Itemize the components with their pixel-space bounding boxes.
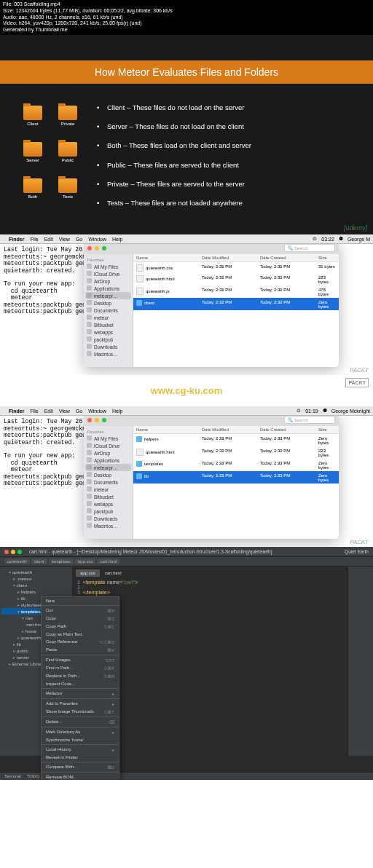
context-menu-item[interactable]: Copy Path⇧⌘C xyxy=(42,623,119,631)
menu-item[interactable]: Window xyxy=(88,409,106,414)
col-size[interactable]: Size xyxy=(315,254,339,261)
context-menu-item[interactable]: Synchronize 'home' xyxy=(42,736,119,743)
status-terminal[interactable]: Terminal xyxy=(4,774,21,778)
menu-item[interactable]: Go xyxy=(76,237,82,242)
menu-item[interactable]: Help xyxy=(112,409,122,414)
tree-item[interactable]: helpers xyxy=(1,588,71,595)
col-date-modified[interactable]: Date Modified xyxy=(199,426,257,433)
mac-menubar[interactable]: Finder File Edit View Go Window Help ⊙ 0… xyxy=(0,406,373,416)
tree-item[interactable]: client xyxy=(1,582,71,588)
minimize-icon[interactable] xyxy=(95,246,99,250)
sidebar-item[interactable]: Bitbucket xyxy=(85,321,131,328)
col-date-modified[interactable]: Date Modified xyxy=(199,254,257,261)
menu-item[interactable]: File xyxy=(30,237,38,242)
context-menu-item[interactable]: Remove BOM xyxy=(42,773,119,780)
context-menu-item[interactable]: Show Image Thumbnails⇧⌘T xyxy=(42,708,119,716)
col-name[interactable]: Name xyxy=(133,426,199,433)
context-menu-item[interactable]: New xyxy=(42,597,119,604)
context-menu-item[interactable]: Reveal in Finder xyxy=(42,754,119,761)
editor-tab[interactable]: cart.html xyxy=(101,569,126,577)
zoom-icon[interactable] xyxy=(102,418,106,422)
sidebar-item[interactable]: Downloads xyxy=(85,515,131,522)
app-name[interactable]: Finder xyxy=(9,237,24,242)
menu-item[interactable]: Edit xyxy=(44,409,53,414)
col-name[interactable]: Name xyxy=(133,254,199,261)
table-row[interactable]: quietearth.htmlToday, 2:32 PMToday, 2:32… xyxy=(133,446,339,459)
sidebar-item[interactable]: iCloud Drive xyxy=(85,270,131,277)
sidebar-item[interactable]: iCloud Drive xyxy=(85,442,131,449)
menu-item[interactable]: Go xyxy=(76,409,82,414)
crumb[interactable]: cart.html xyxy=(97,559,119,564)
context-menu-item[interactable]: Replace in Path...⇧⌘R xyxy=(42,672,119,680)
table-row[interactable]: quietearth.jsToday, 2:32 PMToday, 2:32 P… xyxy=(133,285,339,298)
table-row[interactable]: clientToday, 2:32 PMToday, 2:32 PMZero b… xyxy=(133,298,339,310)
close-icon[interactable] xyxy=(87,246,92,250)
sidebar-item[interactable]: Macintos… xyxy=(85,350,131,358)
context-menu-item[interactable]: Mark Directory As▸ xyxy=(42,728,119,736)
minimize-icon[interactable] xyxy=(95,418,99,422)
sidebar-item[interactable]: webapps xyxy=(85,500,131,508)
app-name[interactable]: Finder xyxy=(9,409,24,414)
search-input[interactable]: 🔍 Search xyxy=(284,244,335,252)
sidebar-item[interactable]: packtpub xyxy=(85,508,131,515)
crumb[interactable]: templates xyxy=(49,559,74,564)
sidebar-item[interactable]: Bitbucket xyxy=(85,493,131,500)
sidebar-item[interactable]: AirDrop xyxy=(85,449,131,457)
context-menu-item[interactable]: Refactor▸ xyxy=(42,690,119,698)
sidebar-item[interactable]: meteorpr… xyxy=(85,292,131,299)
context-menu-item[interactable]: Add to Favorites▸ xyxy=(42,700,119,708)
sidebar-item[interactable]: webapps xyxy=(85,328,131,336)
sidebar-item[interactable]: AirDrop xyxy=(85,277,131,285)
close-icon[interactable] xyxy=(4,550,9,554)
zoom-icon[interactable] xyxy=(102,246,106,250)
mac-menubar[interactable]: Finder File Edit View Go Window Help ⊙ 0… xyxy=(0,234,373,244)
menu-item[interactable]: View xyxy=(59,237,70,242)
menu-item[interactable]: Window xyxy=(88,237,106,242)
sidebar-item[interactable]: All My Files xyxy=(85,435,131,442)
context-menu-item[interactable]: Inspect Code... xyxy=(42,680,119,687)
sidebar-item[interactable]: meteorpr… xyxy=(85,464,131,471)
status-todo[interactable]: TODO xyxy=(27,774,39,778)
context-menu-item[interactable]: Copy Reference⌥⇧⌘C xyxy=(42,638,119,646)
table-row[interactable]: libToday, 2:33 PMToday, 2:33 PMZero byte… xyxy=(133,471,339,484)
sidebar-item[interactable]: Documents xyxy=(85,478,131,486)
sidebar-item[interactable]: Documents xyxy=(85,307,131,314)
sidebar-item[interactable]: meteor xyxy=(85,314,131,321)
close-icon[interactable] xyxy=(87,418,92,422)
col-date-created[interactable]: Date Created xyxy=(257,426,315,433)
sidebar-item[interactable]: Downloads xyxy=(85,343,131,350)
tree-item[interactable]: .meteor xyxy=(1,575,71,582)
menu-item[interactable]: File xyxy=(30,409,38,414)
crumb[interactable]: client xyxy=(31,559,47,564)
wifi-icon[interactable]: ⚈ xyxy=(323,408,327,414)
sidebar-item[interactable]: packtpub xyxy=(85,336,131,343)
zoom-icon[interactable] xyxy=(17,550,22,554)
search-input[interactable]: 🔍 Search xyxy=(284,416,335,424)
col-size[interactable]: Size xyxy=(315,426,339,433)
table-row[interactable]: quietearth.cssToday, 2:32 PMToday, 2:32 … xyxy=(133,262,339,273)
editor-tab[interactable]: app.css xyxy=(76,569,100,577)
context-menu-item[interactable]: Compare With...⌘D xyxy=(42,763,119,771)
sidebar-item[interactable]: Desktop xyxy=(85,471,131,478)
finder-window[interactable]: packtpu… client 🔍 Search Favorites All M… xyxy=(84,416,339,539)
context-menu-item[interactable]: Find Usages⌥F7 xyxy=(42,656,119,664)
menu-item[interactable]: Help xyxy=(112,237,122,242)
wifi-icon[interactable]: ⚈ xyxy=(339,236,343,242)
crumb[interactable]: quietearth xyxy=(4,559,30,564)
sidebar-item[interactable]: Applications xyxy=(85,285,131,292)
minimize-icon[interactable] xyxy=(11,550,15,554)
table-row[interactable]: helpersToday, 2:33 PMToday, 2:33 PMZero … xyxy=(133,434,339,446)
context-menu-item[interactable]: Copy as Plain Text xyxy=(42,631,119,638)
sidebar-item[interactable]: Desktop xyxy=(85,299,131,307)
context-menu[interactable]: NewCut⌘XCopy⌘CCopy Path⇧⌘CCopy as Plain … xyxy=(41,596,119,780)
context-menu-item[interactable]: Find in Path...⇧⌘F xyxy=(42,664,119,672)
sidebar-item[interactable]: Macintos… xyxy=(85,522,131,529)
finder-window[interactable]: packtpu… quietearth 🔍 Search Favorites A… xyxy=(84,244,339,367)
sidebar-item[interactable]: Applications xyxy=(85,457,131,464)
context-menu-item[interactable]: Local History▸ xyxy=(42,746,119,754)
ide-window[interactable]: cart.html - quietearth - [~/Desktop/Mast… xyxy=(0,547,373,780)
context-menu-item[interactable]: Delete...⌫ xyxy=(42,718,119,726)
sidebar-item[interactable]: All My Files xyxy=(85,263,131,270)
sidebar-item[interactable]: meteor xyxy=(85,486,131,493)
menu-item[interactable]: Edit xyxy=(44,237,53,242)
